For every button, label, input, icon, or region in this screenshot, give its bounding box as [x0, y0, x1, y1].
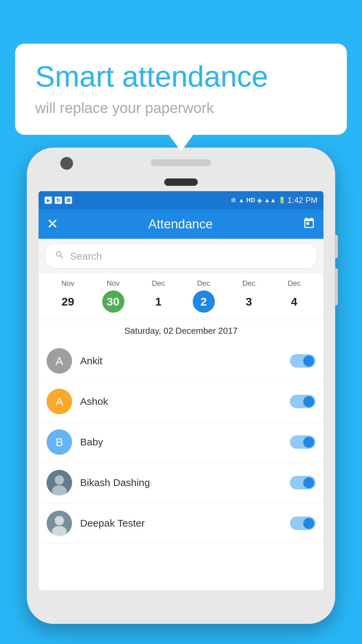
- person-name: Baby: [80, 436, 282, 448]
- avatar: A: [47, 389, 72, 414]
- person-name: Ankit: [80, 355, 282, 367]
- network-icon: ▲▲: [264, 197, 276, 204]
- bluetooth-icon: ✲: [231, 196, 236, 204]
- selected-date-label: Saturday, 02 December 2017: [39, 320, 323, 341]
- svg-point-4: [55, 516, 64, 525]
- attendance-toggle[interactable]: [290, 395, 315, 408]
- phone-shell: ▶ ↻ 🖼 ✲ ▲ HD ◈ ▲▲ 🔋 1:42 PM ✕ Attendance: [27, 148, 335, 624]
- list-item: A Ankit: [39, 341, 323, 381]
- play-icon: ▶: [45, 197, 52, 204]
- phone-button-power: [335, 235, 338, 258]
- date-number: 3: [238, 290, 260, 313]
- status-bar: ▶ ↻ 🖼 ✲ ▲ HD ◈ ▲▲ 🔋 1:42 PM: [39, 191, 323, 209]
- avatar: B: [47, 429, 72, 455]
- list-item: Deepak Tester: [39, 503, 323, 544]
- signal-icon: ▲: [238, 197, 244, 204]
- sync-icon: ↻: [55, 197, 62, 204]
- person-name: Bikash Dashing: [80, 477, 282, 488]
- date-number: 1: [147, 290, 170, 313]
- date-number: 2: [193, 290, 215, 313]
- phone-earpiece: [164, 178, 198, 186]
- date-dec-1[interactable]: Dec 1: [147, 279, 170, 313]
- month-label: Nov: [107, 279, 120, 288]
- month-label: Dec: [288, 279, 301, 288]
- attendance-list: A Ankit A Ashok B Baby: [39, 341, 323, 544]
- attendance-toggle[interactable]: [290, 354, 315, 368]
- hd-badge: HD: [246, 197, 255, 204]
- phone-screen: ▶ ↻ 🖼 ✲ ▲ HD ◈ ▲▲ 🔋 1:42 PM ✕ Attendance: [39, 191, 323, 590]
- app-bar-title: Attendance: [148, 217, 213, 231]
- date-dec-2[interactable]: Dec 2: [193, 279, 215, 313]
- list-item: Bikash Dashing: [39, 463, 323, 503]
- search-icon: [55, 250, 65, 263]
- calendar-icon[interactable]: [303, 216, 315, 232]
- search-container: Search: [39, 239, 323, 274]
- attendance-toggle[interactable]: [290, 476, 315, 489]
- phone-speaker: [151, 159, 211, 166]
- month-label: Nov: [61, 279, 74, 288]
- search-placeholder: Search: [70, 251, 102, 262]
- battery-icon: 🔋: [278, 197, 286, 204]
- svg-point-1: [55, 475, 64, 485]
- phone-camera: [60, 157, 73, 170]
- search-bar[interactable]: Search: [45, 244, 317, 268]
- date-nov-30[interactable]: Nov 30: [102, 279, 124, 313]
- calendar-dates: Nov 29 Nov 30 Dec 1 Dec 2 Dec 3: [45, 279, 317, 313]
- date-dec-3[interactable]: Dec 3: [238, 279, 260, 313]
- avatar: A: [47, 348, 72, 374]
- date-number: 4: [283, 290, 305, 313]
- month-label: Dec: [152, 279, 165, 288]
- date-nov-29[interactable]: Nov 29: [57, 279, 79, 313]
- speech-bubble: Smart attendance will replace your paper…: [15, 44, 347, 135]
- bubble-title: Smart attendance: [35, 60, 327, 93]
- date-dec-4[interactable]: Dec 4: [283, 279, 305, 313]
- person-name: Ashok: [80, 396, 282, 407]
- attendance-toggle[interactable]: [290, 517, 315, 530]
- app-bar: ✕ Attendance: [39, 209, 323, 239]
- close-button[interactable]: ✕: [47, 217, 58, 231]
- status-icons: ▶ ↻ 🖼: [45, 197, 72, 204]
- image-icon: 🖼: [65, 197, 72, 204]
- avatar: [47, 511, 72, 536]
- phone-button-volume: [335, 268, 338, 305]
- status-time: 1:42 PM: [288, 196, 317, 205]
- month-label: Dec: [242, 279, 255, 288]
- status-right: ✲ ▲ HD ◈ ▲▲ 🔋 1:42 PM: [231, 196, 317, 205]
- attendance-toggle[interactable]: [290, 435, 315, 449]
- wifi-icon: ◈: [257, 196, 262, 204]
- bubble-subtitle: will replace your paperwork: [35, 100, 327, 116]
- list-item: A Ashok: [39, 381, 323, 422]
- month-label: Dec: [197, 279, 210, 288]
- date-number: 30: [102, 290, 124, 313]
- avatar: [47, 470, 72, 495]
- date-number: 29: [57, 290, 79, 313]
- person-name: Deepak Tester: [80, 518, 282, 529]
- calendar-strip: Nov 29 Nov 30 Dec 1 Dec 2 Dec 3: [39, 274, 323, 320]
- list-item: B Baby: [39, 422, 323, 463]
